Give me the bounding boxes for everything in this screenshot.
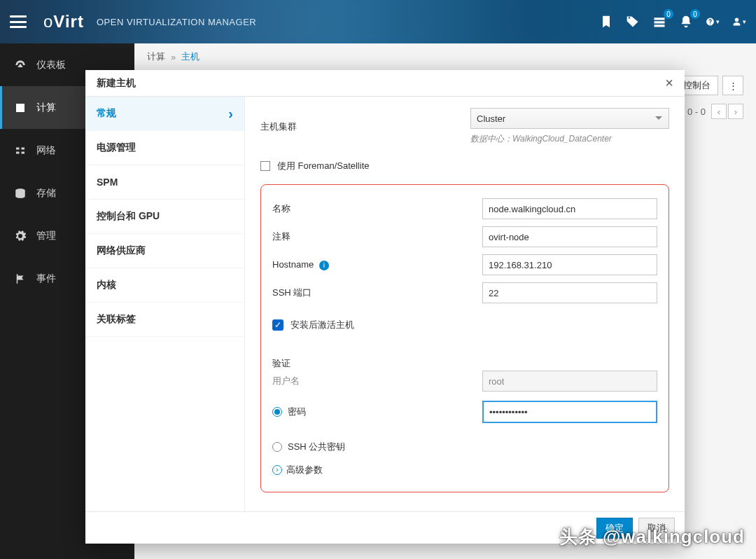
sidebar-item-label: 网络 [36, 144, 56, 157]
top-icons: 0 0 ▾ ▾ [599, 15, 746, 29]
activate-checkbox[interactable] [272, 319, 284, 331]
tag-icon[interactable] [626, 15, 640, 29]
sshkey-radio[interactable] [272, 442, 282, 452]
menu-toggle-button[interactable] [10, 15, 27, 28]
breadcrumb-sep: » [171, 52, 176, 62]
foreman-label: 使用 Foreman/Satellite [277, 160, 370, 172]
page-next[interactable]: › [728, 104, 743, 119]
password-input[interactable] [482, 401, 657, 423]
tab-label: 网络供应商 [97, 244, 146, 257]
help-icon[interactable]: ▾ [706, 15, 720, 29]
brand-subtitle: OPEN VIRTUALIZATION MANAGER [97, 17, 256, 27]
sidebar-item-label: 管理 [36, 230, 56, 242]
tab-label: 内核 [97, 279, 116, 291]
name-label: 名称 [272, 202, 482, 215]
breadcrumb-root: 计算 [147, 50, 165, 63]
foreman-checkbox[interactable] [260, 161, 270, 171]
info-icon[interactable]: i [319, 261, 329, 270]
breadcrumb-current[interactable]: 主机 [181, 50, 200, 63]
tab-kernel[interactable]: 内核 [85, 268, 244, 303]
sidebar-item-label: 仪表板 [36, 59, 66, 71]
bookmark-icon[interactable] [599, 15, 613, 29]
expand-icon[interactable]: › [272, 465, 282, 475]
tab-tags[interactable]: 关联标签 [85, 303, 244, 337]
tab-label: SPM [97, 177, 118, 188]
new-host-dialog: 新建主机 × 常规 › 电源管理 SPM 控制台和 GPU 网络供应商 内核 关… [85, 70, 685, 544]
range-label: 0 - 0 [687, 106, 706, 117]
ssh-port-input[interactable] [482, 282, 657, 303]
tab-label: 电源管理 [97, 142, 136, 154]
user-icon[interactable]: ▾ [732, 15, 746, 29]
flag-icon [14, 272, 27, 285]
top-bar: oVirt OPEN VIRTUALIZATION MANAGER 0 0 ▾ … [0, 0, 756, 43]
sidebar-item-label: 计算 [36, 102, 56, 114]
hostname-label: Hostname [272, 259, 314, 270]
ok-button[interactable]: 确定 [596, 518, 633, 539]
tab-power[interactable]: 电源管理 [85, 131, 244, 165]
kebab-button[interactable]: ⋮ [722, 76, 743, 95]
advanced-link[interactable]: 高级参数 [286, 464, 323, 476]
password-radio[interactable] [272, 407, 282, 417]
username-label: 用户名 [272, 375, 482, 387]
compute-icon [14, 102, 27, 114]
sidebar-item-label: 事件 [36, 272, 56, 285]
dc-prefix: 数据中心： [470, 134, 512, 144]
cancel-button[interactable]: 取消 [638, 518, 675, 539]
dashboard-icon [14, 59, 27, 71]
tasks-badge: 0 [664, 9, 673, 19]
brand-logo: oVirt [43, 12, 84, 32]
sshkey-radio-label: SSH 公共密钥 [288, 441, 345, 453]
host-cluster-label: 主机集群 [260, 120, 470, 133]
tab-console-gpu[interactable]: 控制台和 GPU [85, 200, 244, 234]
comment-label: 注释 [272, 230, 482, 243]
close-icon[interactable]: × [665, 75, 673, 91]
hostname-input[interactable] [482, 254, 657, 275]
gear-icon [14, 230, 27, 242]
sidebar-item-label: 存储 [36, 187, 56, 200]
ssh-port-label: SSH 端口 [272, 287, 482, 299]
tab-label: 常规 [97, 107, 116, 120]
tab-general[interactable]: 常规 › [85, 97, 244, 131]
auth-header: 验证 [272, 357, 657, 370]
breadcrumb: 计算 » 主机 [134, 43, 756, 70]
tab-label: 控制台和 GPU [97, 210, 160, 223]
dialog-form: 主机集群 Cluster 数据中心：WalkingCloud_DataCente… [245, 97, 685, 511]
password-radio-label: 密码 [288, 406, 306, 418]
tab-network-provider[interactable]: 网络供应商 [85, 234, 244, 268]
tab-label: 关联标签 [97, 313, 136, 326]
highlighted-section: 名称 注释 Hostname i SSH 端口 [260, 184, 669, 492]
comment-input[interactable] [482, 226, 657, 247]
storage-icon [14, 187, 27, 200]
alerts-badge: 0 [690, 9, 700, 19]
bell-icon[interactable]: 0 [679, 15, 693, 29]
dialog-nav: 常规 › 电源管理 SPM 控制台和 GPU 网络供应商 内核 关联标签 [85, 97, 245, 511]
username-input [482, 371, 657, 392]
dialog-title: 新建主机 [97, 77, 136, 90]
chevron-right-icon: › [228, 106, 233, 122]
dc-value: WalkingCloud_DataCenter [512, 134, 612, 144]
host-cluster-select[interactable]: Cluster [470, 108, 669, 129]
name-input[interactable] [482, 198, 657, 219]
tasks-icon[interactable]: 0 [652, 15, 666, 29]
tab-spm[interactable]: SPM [85, 165, 244, 200]
network-icon [14, 144, 27, 157]
page-prev[interactable]: ‹ [711, 104, 727, 119]
activate-label: 安装后激活主机 [290, 319, 354, 331]
